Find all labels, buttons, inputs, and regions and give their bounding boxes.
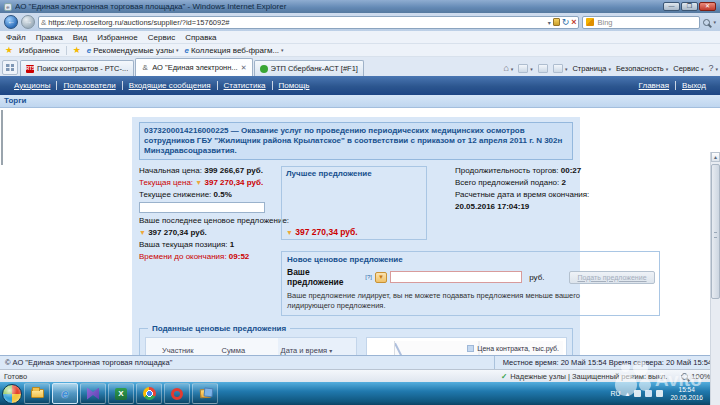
- decrease-input[interactable]: [139, 202, 265, 213]
- chart-y-axis: 399,0 398,5 398,0: [370, 341, 394, 355]
- start-button[interactable]: [2, 384, 22, 404]
- minimize-button[interactable]: —: [663, 2, 680, 11]
- nav-inbox[interactable]: Входящие сообщения: [122, 81, 217, 90]
- menu-view[interactable]: Вид: [73, 33, 87, 42]
- bid-input[interactable]: [390, 271, 522, 283]
- url-box[interactable]: & https://etp.roseltorg.ru/auctions/supp…: [38, 16, 579, 29]
- new-bid-title: Новое ценовое предложение: [287, 255, 654, 264]
- close-button[interactable]: ✕: [699, 2, 716, 11]
- add-favorite-star-icon[interactable]: ★: [73, 46, 81, 55]
- taskbar-explorer[interactable]: [24, 383, 50, 404]
- lock-icon: [553, 18, 560, 26]
- best-bid-box: Лучшее предложение ▼ 397 270,34 руб.: [281, 166, 427, 240]
- folder-icon: [31, 389, 44, 398]
- url-dropdown-icon[interactable]: ▾: [548, 19, 551, 26]
- favorites-label[interactable]: Избранное: [19, 46, 60, 55]
- taskbar-excel[interactable]: X: [108, 383, 134, 404]
- feeds-button[interactable]: ▾: [518, 64, 533, 73]
- quick-tabs-icon[interactable]: [2, 60, 18, 75]
- taskbar-chrome[interactable]: [136, 383, 162, 404]
- chevron-down-icon: ▾: [281, 47, 284, 53]
- scroll-up-icon[interactable]: ▲: [711, 152, 720, 162]
- home-button[interactable]: ⌂▾: [503, 64, 513, 73]
- url-text[interactable]: https://etp.roseltorg.ru/auctions/suppli…: [48, 18, 545, 27]
- auction-panel: 0373200014216000225 — Оказание услуг по …: [132, 117, 580, 355]
- search-magnifier-icon[interactable]: [703, 19, 710, 26]
- auction-content: 0373200014216000225 — Оказание услуг по …: [0, 108, 720, 355]
- address-bar: ← → & https://etp.roseltorg.ru/auctions/…: [0, 13, 720, 31]
- search-box[interactable]: Bing: [582, 16, 700, 29]
- site-favicon: &: [41, 18, 46, 27]
- stop-icon[interactable]: ×: [571, 18, 576, 27]
- submit-bid-button[interactable]: Подать предложение: [569, 271, 654, 284]
- suggested-sites-link[interactable]: e Рекомендуемые узлы ▾: [87, 46, 179, 55]
- bid-fill-button[interactable]: ▼: [375, 272, 387, 283]
- page-menu[interactable]: Страница▾: [572, 64, 611, 73]
- zoom-level[interactable]: 100%: [691, 372, 710, 381]
- safety-menu[interactable]: Безопасность▾: [616, 64, 668, 73]
- column-datetime[interactable]: Дата и время ▾: [278, 338, 357, 356]
- refresh-icon[interactable]: ↻: [562, 18, 570, 27]
- tab-roseltorg-active[interactable]: & АО "Единая электронн... ✕: [135, 58, 252, 76]
- nav-logout[interactable]: Выход: [675, 81, 712, 90]
- tray-volume-icon[interactable]: [656, 390, 663, 397]
- taskbar-clock[interactable]: 15:54 20.05.2016: [667, 386, 706, 401]
- section-title: Торги: [0, 95, 720, 108]
- nav-help[interactable]: Помощь: [272, 81, 316, 90]
- back-button[interactable]: ←: [4, 15, 18, 29]
- help-button[interactable]: ?▾: [708, 64, 718, 73]
- search-input[interactable]: Bing: [597, 18, 696, 27]
- web-slices-link[interactable]: e Коллекция веб-фрагм... ▾: [184, 46, 283, 55]
- favorites-star-icon[interactable]: ★: [5, 46, 13, 55]
- tab-rts[interactable]: RTS Поиск контрактов - РТС-...: [20, 60, 134, 76]
- rts-favicon: RTS: [26, 65, 34, 73]
- price-down-icon: ▼: [286, 229, 293, 236]
- menu-edit[interactable]: Правка: [36, 33, 63, 42]
- taskbar-opera[interactable]: [164, 383, 190, 404]
- scrollbar-thumb[interactable]: [711, 164, 720, 299]
- sberbank-favicon: [260, 65, 268, 73]
- maximize-button[interactable]: ❐: [681, 2, 698, 11]
- nav-users[interactable]: Пользователи: [56, 81, 121, 90]
- nav-home[interactable]: Главная: [633, 81, 675, 90]
- hint-mark[interactable]: [?]: [365, 274, 372, 280]
- tray-expand-icon[interactable]: ▲: [625, 391, 631, 397]
- menu-favorites[interactable]: Избранное: [97, 33, 138, 42]
- forward-button[interactable]: →: [21, 15, 35, 29]
- tray-flag-icon[interactable]: [634, 390, 641, 397]
- chevron-down-icon: ▾: [176, 47, 179, 53]
- auction-title: 0373200014216000225 — Оказание услуг по …: [139, 122, 573, 160]
- tab-sberbank[interactable]: ЭТП Сбербанк-АСТ [#F1]: [254, 60, 364, 76]
- your-last-bid: 397 270,34 руб.: [148, 228, 207, 237]
- tray-network-icon[interactable]: [645, 390, 652, 397]
- price-down-icon: ▼: [195, 179, 202, 186]
- page-scrollbar[interactable]: ▲ ▼: [710, 152, 720, 405]
- column-participant[interactable]: Участник: [159, 338, 219, 356]
- search-dropdown-icon[interactable]: ▾: [713, 19, 716, 25]
- print-button[interactable]: ▾: [553, 64, 568, 73]
- start-price: 399 266,67 руб.: [204, 166, 263, 175]
- submitted-bids-title: Поданные ценовые предложения: [148, 324, 290, 333]
- column-amount[interactable]: Сумма: [219, 338, 278, 356]
- tab-bar: RTS Поиск контрактов - РТС-... & АО "Еди…: [0, 57, 720, 76]
- nav-stats[interactable]: Статистика: [217, 81, 272, 90]
- language-indicator[interactable]: RU: [610, 390, 620, 397]
- menu-file[interactable]: Файл: [6, 33, 26, 42]
- menu-tools[interactable]: Сервис: [148, 33, 175, 42]
- best-bid-value: 397 270,34 руб.: [295, 227, 357, 237]
- chrome-icon: [143, 387, 156, 400]
- taskbar-kmplayer[interactable]: [80, 383, 106, 404]
- window-title: АО "Единая электронная торговая площадка…: [15, 2, 663, 11]
- tab-close-icon[interactable]: ✕: [241, 64, 247, 72]
- page-footer: © АО "Единая электронная торговая площад…: [0, 355, 720, 369]
- status-security: Надежные узлы | Защищенный режим: выкл.: [510, 372, 667, 381]
- taskbar-photos[interactable]: [192, 383, 218, 404]
- menu-help[interactable]: Справка: [185, 33, 216, 42]
- help-icon: ?: [708, 64, 713, 73]
- excel-icon: X: [115, 388, 127, 400]
- nav-auctions[interactable]: Аукционы: [8, 81, 56, 90]
- ie-window: e АО "Единая электронная торговая площад…: [0, 0, 720, 405]
- taskbar-ie[interactable]: e: [52, 383, 78, 404]
- mail-button[interactable]: [538, 64, 548, 73]
- tools-menu[interactable]: Сервис▾: [673, 64, 703, 73]
